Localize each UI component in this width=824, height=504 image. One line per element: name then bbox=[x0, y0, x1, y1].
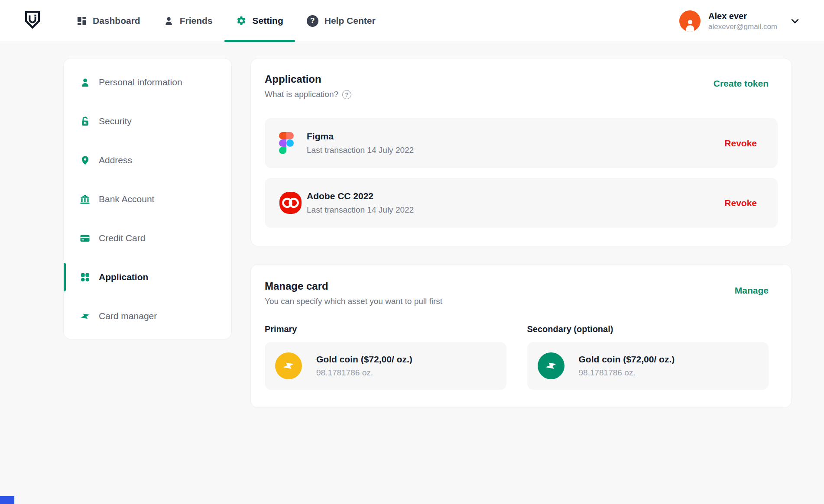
sidebar-item-label: Credit Card bbox=[99, 233, 145, 243]
manage-card-titles: Manage card You can specify which asset … bbox=[265, 280, 442, 306]
nav-item-label: Friends bbox=[180, 16, 213, 26]
application-list: Figma Last transaction 14 July 2022 Revo… bbox=[265, 118, 769, 228]
sidebar-item-credit-card[interactable]: Credit Card bbox=[64, 219, 231, 258]
manage-card-title: Manage card bbox=[265, 280, 442, 292]
primary-label: Primary bbox=[265, 324, 506, 334]
sidebar-item-label: Address bbox=[99, 155, 132, 165]
sidebar-item-label: Bank Account bbox=[99, 194, 154, 204]
gold-bolt-coin-icon bbox=[275, 352, 302, 379]
sidebar-item-application[interactable]: Application bbox=[64, 258, 231, 297]
app-row-adobe: Adobe CC 2022 Last transaction 14 July 2… bbox=[265, 178, 778, 228]
sidebar-item-security[interactable]: Security bbox=[64, 102, 231, 141]
active-indicator bbox=[64, 263, 66, 291]
secondary-slot: Secondary (optional) Gold coin ($72,00/ … bbox=[527, 324, 769, 390]
secondary-asset-row[interactable]: Gold coin ($72,00/ oz.) 98.1781786 oz. bbox=[527, 342, 769, 390]
nav-item-label: Setting bbox=[253, 16, 283, 26]
bank-icon bbox=[79, 194, 91, 204]
revoke-button-adobe[interactable]: Revoke bbox=[724, 198, 757, 208]
coin-texts: Gold coin ($72,00/ oz.) 98.1781786 oz. bbox=[579, 354, 675, 378]
application-subtitle: What is application? ? bbox=[265, 90, 351, 99]
person-icon bbox=[79, 78, 91, 87]
figma-logo-icon bbox=[279, 132, 307, 154]
main-nav: Dashboard Friends Setting ? Help Center bbox=[65, 0, 387, 42]
user-info: Alex ever alexever@gmail.com bbox=[708, 11, 777, 31]
friends-icon bbox=[164, 16, 174, 26]
credit-card-icon bbox=[79, 233, 91, 243]
brand-logo[interactable] bbox=[0, 10, 65, 32]
nav-item-dashboard[interactable]: Dashboard bbox=[65, 0, 152, 42]
avatar bbox=[679, 10, 701, 32]
sidebar-item-bank-account[interactable]: Bank Account bbox=[64, 180, 231, 219]
map-pin-icon bbox=[79, 155, 91, 165]
sidebar-item-label: Personal information bbox=[99, 77, 182, 87]
app-row-figma: Figma Last transaction 14 July 2022 Revo… bbox=[265, 118, 778, 168]
green-bolt-coin-icon bbox=[538, 352, 564, 379]
gear-icon bbox=[236, 16, 247, 26]
nav-item-label: Help Center bbox=[324, 16, 376, 26]
question-circle-icon[interactable]: ? bbox=[342, 90, 351, 99]
app-name: Adobe CC 2022 bbox=[307, 191, 414, 201]
nav-item-setting[interactable]: Setting bbox=[224, 0, 295, 42]
top-navbar: Dashboard Friends Setting ? Help Center bbox=[0, 0, 824, 42]
coin-texts: Gold coin ($72,00/ oz.) 98.1781786 oz. bbox=[316, 354, 412, 378]
manage-button[interactable]: Manage bbox=[735, 285, 769, 296]
sidebar-item-label: Security bbox=[99, 116, 132, 126]
manage-card-header: Manage card You can specify which asset … bbox=[265, 280, 769, 306]
manage-card-subtitle: You can specify which asset you want to … bbox=[265, 297, 442, 306]
application-card-titles: Application What is application? ? bbox=[265, 73, 351, 99]
asset-amount: 98.1781786 oz. bbox=[579, 368, 675, 378]
sidebar-item-personal-information[interactable]: Personal information bbox=[64, 63, 231, 102]
create-token-button[interactable]: Create token bbox=[714, 78, 769, 89]
dashboard-icon bbox=[77, 16, 87, 26]
nav-item-help-center[interactable]: ? Help Center bbox=[295, 0, 387, 42]
sidebar-item-label: Application bbox=[99, 272, 148, 282]
user-email: alexever@gmail.com bbox=[708, 23, 777, 31]
app-texts: Adobe CC 2022 Last transaction 14 July 2… bbox=[307, 191, 414, 215]
bolt-icon bbox=[79, 311, 91, 321]
user-name: Alex ever bbox=[708, 11, 777, 21]
manage-card: Manage card You can specify which asset … bbox=[250, 264, 792, 408]
app-name: Figma bbox=[307, 131, 414, 142]
application-card-header: Application What is application? ? Creat… bbox=[265, 73, 769, 99]
asset-amount: 98.1781786 oz. bbox=[316, 368, 412, 378]
card-slots: Primary Gold coin ($72,00/ oz.) 98.17817… bbox=[265, 324, 769, 390]
lock-icon bbox=[79, 116, 91, 126]
sidebar-item-card-manager[interactable]: Card manager bbox=[64, 297, 231, 336]
nav-item-friends[interactable]: Friends bbox=[152, 0, 224, 42]
asset-name: Gold coin ($72,00/ oz.) bbox=[316, 354, 412, 365]
asset-name: Gold coin ($72,00/ oz.) bbox=[579, 354, 675, 365]
secondary-label: Secondary (optional) bbox=[527, 324, 769, 334]
application-subtitle-text: What is application? bbox=[265, 90, 338, 99]
sidebar-item-address[interactable]: Address bbox=[64, 141, 231, 180]
shield-logo-icon bbox=[23, 10, 42, 32]
sidebar-item-label: Card manager bbox=[99, 311, 157, 321]
app-last-transaction: Last transaction 14 July 2022 bbox=[307, 205, 414, 215]
app-texts: Figma Last transaction 14 July 2022 bbox=[307, 131, 414, 155]
chevron-down-icon[interactable] bbox=[791, 19, 799, 24]
grid-icon bbox=[79, 272, 91, 282]
help-icon: ? bbox=[307, 15, 318, 27]
application-card: Application What is application? ? Creat… bbox=[250, 58, 792, 246]
app-last-transaction: Last transaction 14 July 2022 bbox=[307, 145, 414, 155]
revoke-button-figma[interactable]: Revoke bbox=[724, 138, 757, 149]
application-title: Application bbox=[265, 73, 351, 85]
user-menu[interactable]: Alex ever alexever@gmail.com bbox=[679, 0, 799, 42]
bottom-left-accent bbox=[0, 496, 14, 504]
primary-slot: Primary Gold coin ($72,00/ oz.) 98.17817… bbox=[265, 324, 506, 390]
adobe-cc-logo-icon bbox=[279, 191, 307, 214]
nav-item-label: Dashboard bbox=[93, 16, 140, 26]
settings-sidebar: Personal information Security Address bbox=[63, 58, 232, 339]
primary-asset-row[interactable]: Gold coin ($72,00/ oz.) 98.1781786 oz. bbox=[265, 342, 506, 390]
